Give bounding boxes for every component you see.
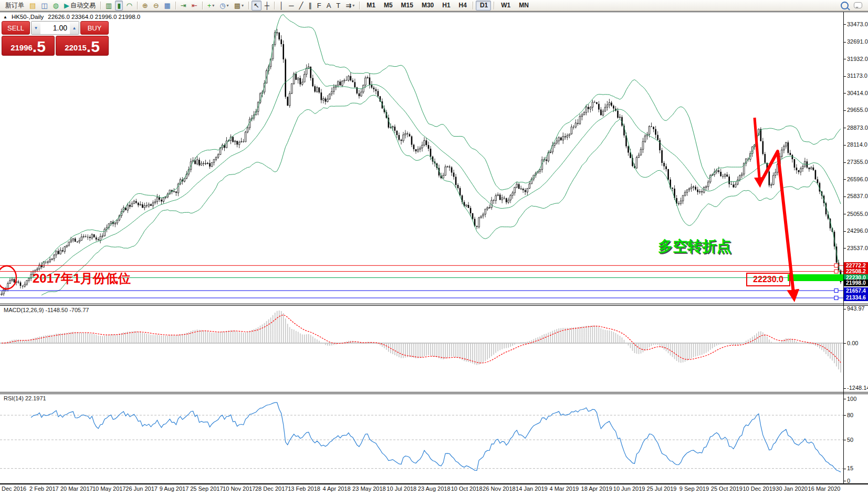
zoom-in-icon[interactable]: ⊕: [140, 1, 150, 11]
search-icon[interactable]: [841, 2, 849, 9]
date-label: 20 Mar 2017: [60, 485, 93, 492]
mt4-window: 新订单▤◫◍▶自动交易▥▮◠⊕⊖▦⇥⇤+▾◷▾▩▾↖┼│─╱∥FAT⇉▾M1M5…: [0, 0, 868, 496]
chart-shift-icon: ⇤: [192, 2, 197, 9]
sell-price[interactable]: 21996 .5: [2, 36, 55, 56]
text-icon[interactable]: A: [325, 1, 333, 11]
tf-mn-label: MN: [519, 2, 529, 9]
autotrading-button-label: 自动交易: [70, 1, 96, 10]
periods-icon[interactable]: ◷▾: [217, 1, 231, 11]
price-tick: 23537.0: [847, 245, 868, 251]
arrows-icon[interactable]: ⇉▾: [343, 1, 357, 11]
new-order-button-label: 新订单: [5, 1, 24, 10]
price-tick: 28873.0: [847, 125, 868, 131]
price-tick-tick: [843, 179, 846, 180]
volume-stepper: ▼ ▲: [31, 21, 79, 35]
chart-shift-icon[interactable]: ⇤: [190, 1, 200, 11]
buy-button[interactable]: BUY: [80, 21, 109, 35]
equidistant-channel-icon[interactable]: ∥: [306, 1, 314, 11]
annotation-pivot-text: 多空转折点: [658, 236, 731, 256]
dropdown-arrow-icon: ▾: [227, 3, 229, 8]
crosshair-icon[interactable]: ┼: [263, 1, 271, 11]
trendline-icon[interactable]: ╱: [297, 1, 305, 11]
sell-button[interactable]: SELL: [2, 21, 30, 35]
volume-increase-button[interactable]: ▲: [70, 22, 79, 34]
tf-m30[interactable]: M30: [417, 1, 437, 11]
zoom-out-icon[interactable]: ⊖: [151, 1, 161, 11]
tf-m5[interactable]: M5: [380, 1, 396, 11]
cursor-icon[interactable]: ↖: [252, 1, 262, 11]
toolbar-separator: [359, 2, 360, 9]
price-tick-tick: [843, 110, 846, 111]
autotrading-button[interactable]: ▶自动交易: [62, 1, 98, 11]
tf-h1[interactable]: H1: [438, 1, 453, 11]
date-label: 13 Feb 2018: [288, 485, 320, 492]
macd-panel-separator[interactable]: [0, 305, 868, 306]
volume-input[interactable]: [40, 22, 70, 34]
price-tick: 31932.0: [847, 56, 868, 62]
signals-icon: ◍: [53, 2, 59, 9]
rsi-panel-separator[interactable]: [0, 392, 868, 392]
chat-icon[interactable]: [854, 2, 862, 8]
bar-chart-icon[interactable]: ▥: [103, 1, 114, 11]
toolbar-right: [841, 2, 866, 9]
tile-windows-icon[interactable]: ▦: [162, 1, 173, 11]
tf-m30-label: M30: [422, 2, 434, 9]
date-label: 4 Mar 2019: [549, 485, 579, 492]
price-tick-tick: [843, 128, 846, 128]
new-order-button[interactable]: 新订单: [2, 1, 26, 11]
one-click-trading-panel: SELL ▼ ▲ BUY 21996 .5 22015 .5: [2, 21, 109, 56]
price-line-label: 21334.6: [844, 294, 868, 301]
community-icon[interactable]: ◫: [39, 1, 49, 11]
tf-d1[interactable]: D1: [476, 1, 491, 11]
price-tick-tick: [843, 162, 846, 163]
price-line-label: 21657.4: [844, 287, 868, 294]
rsi-tick-tick: [843, 440, 846, 440]
dropdown-arrow-icon: ▾: [212, 3, 214, 8]
price-tick: 27355.0: [847, 159, 868, 165]
rsi-tick-tick: [843, 415, 846, 416]
tf-m1[interactable]: M1: [362, 1, 379, 11]
price-tick-tick: [843, 145, 846, 146]
rsi-tick-tick: [843, 481, 846, 481]
candlestick-chart-icon: ▮: [117, 2, 121, 9]
price-tick-tick: [843, 93, 846, 94]
price-tick: 25055.0: [847, 211, 868, 217]
templates-icon[interactable]: ▩▾: [232, 1, 246, 11]
toolbar-separator: [202, 2, 203, 9]
rsi-label: RSI(14) 22.1971: [3, 395, 47, 401]
candlestick-chart-icon[interactable]: ▮: [115, 1, 123, 11]
horizontal-line-icon[interactable]: ─: [287, 1, 296, 11]
tf-w1[interactable]: W1: [497, 1, 514, 11]
rsi-panel-separator[interactable]: [0, 394, 868, 394]
signals-icon[interactable]: ◍: [51, 1, 61, 11]
vertical-line-icon[interactable]: │: [277, 1, 286, 11]
rsi-tick: 100: [847, 396, 856, 402]
fibonacci-icon[interactable]: F: [315, 1, 323, 11]
date-label: 23 Aug 2018: [418, 485, 451, 492]
tf-mn[interactable]: MN: [515, 1, 532, 11]
metaeditor-icon[interactable]: ▤: [27, 1, 38, 11]
price-tick-tick: [843, 24, 846, 25]
macd-tick: 0.00: [847, 340, 858, 346]
text-label-icon[interactable]: T: [334, 1, 342, 11]
line-chart-icon[interactable]: ◠: [124, 1, 134, 11]
macd-panel-separator[interactable]: [0, 304, 868, 304]
date-label: 25 Jul 2019: [647, 485, 677, 492]
toolbar: 新订单▤◫◍▶自动交易▥▮◠⊕⊖▦⇥⇤+▾◷▾▩▾↖┼│─╱∥FAT⇉▾M1M5…: [0, 0, 868, 11]
volume-decrease-button[interactable]: ▼: [32, 22, 40, 34]
auto-scroll-icon[interactable]: ⇥: [179, 1, 189, 11]
tile-windows-icon: ▦: [164, 2, 171, 9]
price-tick: 29655.0: [847, 107, 868, 113]
auto-scroll-icon: ⇥: [181, 2, 186, 9]
macd-tick-tick: [843, 309, 846, 309]
symbol-title: HK50-,Daily: [12, 14, 44, 20]
date-label: 10 Dec 2019: [742, 485, 775, 492]
dropdown-arrow-icon: ▾: [242, 3, 244, 8]
chart-canvas[interactable]: [0, 0, 868, 496]
tf-h4[interactable]: H4: [455, 1, 470, 11]
macd-label: MACD(12,26,9) -1148.50 -705.77: [3, 307, 90, 313]
indicators-add-icon[interactable]: +▾: [205, 1, 217, 11]
tf-m15[interactable]: M15: [397, 1, 416, 11]
buy-price[interactable]: 22015 .5: [56, 36, 109, 56]
collapse-icon[interactable]: ▲: [3, 15, 7, 19]
